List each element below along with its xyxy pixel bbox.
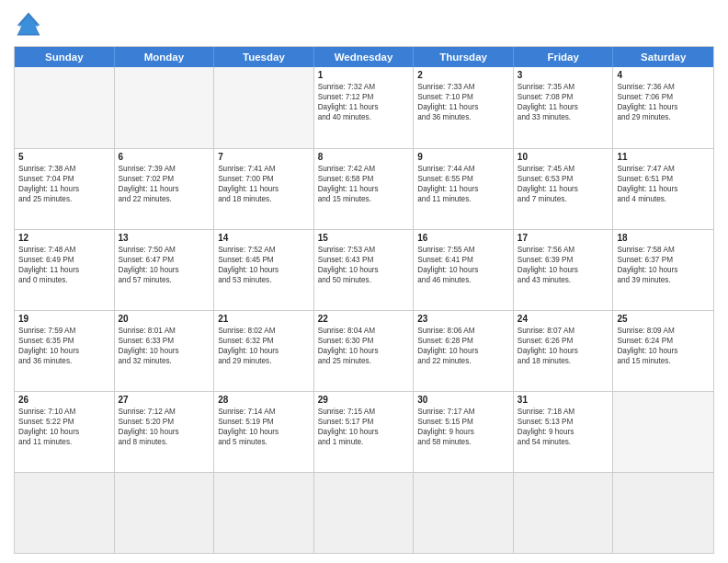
cell-line: Daylight: 11 hours [18,184,110,194]
cell-line: Sunset: 5:15 PM [417,417,509,427]
calendar-cell-3-0: 19Sunrise: 7:59 AMSunset: 6:35 PMDayligh… [15,311,115,391]
cell-line: Daylight: 9 hours [417,427,509,437]
cell-line: and 0 minutes. [18,275,110,285]
calendar-cell-3-2: 21Sunrise: 8:02 AMSunset: 6:32 PMDayligh… [214,311,314,391]
cell-line: Sunset: 7:00 PM [218,174,310,184]
calendar-cell-0-4: 2Sunrise: 7:33 AMSunset: 7:10 PMDaylight… [414,67,514,148]
page: SundayMondayTuesdayWednesdayThursdayFrid… [0,0,728,563]
cell-line: Sunset: 6:33 PM [119,336,210,346]
header [14,9,714,39]
cell-line: Sunrise: 7:36 AM [617,82,710,92]
cell-line: Sunset: 6:35 PM [18,336,110,346]
header-tuesday: Tuesday [214,47,314,67]
cell-line: Sunrise: 7:18 AM [518,407,609,417]
calendar-cell-0-5: 3Sunrise: 7:35 AMSunset: 7:08 PMDaylight… [514,67,614,148]
cell-line: and 5 minutes. [218,437,310,447]
cell-line: Sunset: 6:51 PM [617,174,710,184]
cell-line: Sunrise: 7:10 AM [18,407,110,417]
cell-line: Sunrise: 7:52 AM [218,245,310,255]
cell-line: and 15 minutes. [617,356,710,366]
logo-icon [14,9,43,39]
calendar-cell-3-1: 20Sunrise: 8:01 AMSunset: 6:33 PMDayligh… [115,311,215,391]
cell-line: Sunset: 6:26 PM [518,336,609,346]
cell-line: Daylight: 10 hours [417,265,509,275]
cell-line: Daylight: 10 hours [119,265,210,275]
cell-line: Daylight: 10 hours [518,265,609,275]
calendar-cell-2-6: 18Sunrise: 7:58 AMSunset: 6:37 PMDayligh… [613,230,713,310]
cell-line: Sunrise: 7:41 AM [218,164,310,174]
cell-line: Sunrise: 7:45 AM [518,164,609,174]
calendar-cell-1-6: 11Sunrise: 7:47 AMSunset: 6:51 PMDayligh… [613,149,713,229]
cell-line: and 53 minutes. [218,275,310,285]
calendar-cell-0-0 [15,67,115,148]
cell-line: Sunset: 5:19 PM [218,417,310,427]
cell-line: and 25 minutes. [318,356,410,366]
calendar-cell-1-2: 7Sunrise: 7:41 AMSunset: 7:00 PMDaylight… [214,149,314,229]
cell-line: Daylight: 10 hours [18,346,110,356]
calendar-cell-1-0: 5Sunrise: 7:38 AMSunset: 7:04 PMDaylight… [15,149,115,229]
header-monday: Monday [115,47,215,67]
calendar-cell-2-0: 12Sunrise: 7:48 AMSunset: 6:49 PMDayligh… [15,230,115,310]
cell-line: Daylight: 10 hours [318,265,410,275]
day-number: 18 [617,233,710,243]
calendar-cell-4-5: 31Sunrise: 7:18 AMSunset: 5:13 PMDayligh… [514,392,614,472]
cell-line: and 22 minutes. [417,356,509,366]
cell-line: Sunrise: 8:02 AM [218,326,310,336]
cell-line: and 58 minutes. [417,437,509,447]
calendar-cell-3-5: 24Sunrise: 8:07 AMSunset: 6:26 PMDayligh… [514,311,614,391]
calendar-cell-1-4: 9Sunrise: 7:44 AMSunset: 6:55 PMDaylight… [414,149,514,229]
cell-line: Sunset: 6:32 PM [218,336,310,346]
day-number: 22 [318,314,410,324]
calendar-cell-0-1 [115,67,215,148]
calendar-row-2: 12Sunrise: 7:48 AMSunset: 6:49 PMDayligh… [15,229,713,310]
cell-line: Sunset: 6:41 PM [417,255,509,265]
day-number: 5 [18,152,110,162]
cell-line: Sunset: 7:06 PM [617,92,710,102]
cell-line: and 57 minutes. [119,275,210,285]
cell-line: Daylight: 10 hours [318,427,410,437]
calendar-cell-5-5 [514,473,614,553]
cell-line: Sunrise: 7:44 AM [417,164,509,174]
cell-line: and 40 minutes. [318,112,410,122]
cell-line: Sunrise: 7:59 AM [18,326,110,336]
calendar-cell-4-0: 26Sunrise: 7:10 AMSunset: 5:22 PMDayligh… [15,392,115,472]
cell-line: Sunset: 7:10 PM [417,92,509,102]
cell-line: Sunrise: 7:48 AM [18,245,110,255]
calendar-row-4: 26Sunrise: 7:10 AMSunset: 5:22 PMDayligh… [15,391,713,472]
day-number: 15 [318,233,410,243]
cell-line: Sunset: 6:55 PM [417,174,509,184]
cell-line: and 18 minutes. [518,356,609,366]
day-number: 26 [18,395,110,405]
calendar-cell-1-3: 8Sunrise: 7:42 AMSunset: 6:58 PMDaylight… [314,149,415,229]
cell-line: Daylight: 10 hours [417,346,509,356]
cell-line: Sunrise: 7:58 AM [617,245,710,255]
day-number: 25 [617,314,710,324]
cell-line: and 36 minutes. [417,112,509,122]
header-thursday: Thursday [414,47,514,67]
cell-line: Sunrise: 7:38 AM [18,164,110,174]
cell-line: and 11 minutes. [417,194,509,204]
cell-line: Sunset: 5:17 PM [318,417,410,427]
calendar-cell-3-3: 22Sunrise: 8:04 AMSunset: 6:30 PMDayligh… [314,311,415,391]
cell-line: Sunrise: 8:01 AM [119,326,210,336]
cell-line: and 43 minutes. [518,275,609,285]
cell-line: Daylight: 11 hours [617,184,710,194]
cell-line: Daylight: 10 hours [518,346,609,356]
cell-line: and 25 minutes. [18,194,110,204]
day-number: 14 [218,233,310,243]
cell-line: Sunrise: 8:09 AM [617,326,710,336]
day-number: 13 [119,233,210,243]
cell-line: Sunset: 6:30 PM [318,336,410,346]
cell-line: Daylight: 10 hours [218,427,310,437]
day-number: 24 [518,314,609,324]
cell-line: Sunset: 5:13 PM [518,417,609,427]
calendar-cell-4-1: 27Sunrise: 7:12 AMSunset: 5:20 PMDayligh… [115,392,215,472]
cell-line: Daylight: 11 hours [318,102,410,112]
cell-line: Sunset: 6:39 PM [518,255,609,265]
cell-line: Sunrise: 8:07 AM [518,326,609,336]
calendar-cell-5-0 [15,473,115,553]
calendar-cell-4-3: 29Sunrise: 7:15 AMSunset: 5:17 PMDayligh… [314,392,415,472]
cell-line: Sunrise: 8:06 AM [417,326,509,336]
cell-line: Sunrise: 7:56 AM [518,245,609,255]
logo [14,9,47,39]
